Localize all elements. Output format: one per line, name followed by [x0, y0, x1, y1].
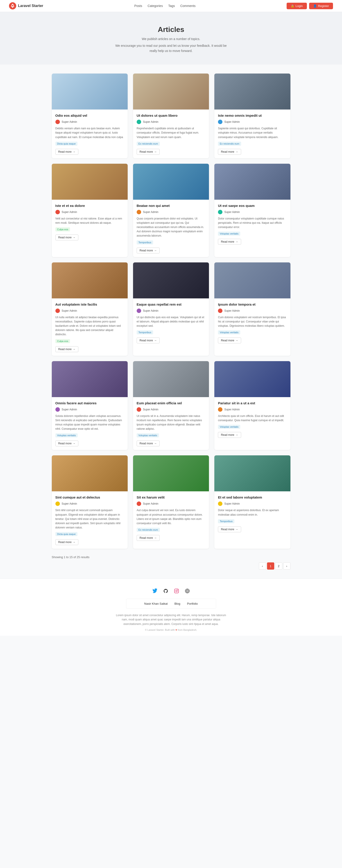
arrow-right-icon: → — [73, 348, 76, 351]
nav-tags[interactable]: Tags — [168, 4, 175, 8]
page-1-button[interactable]: 1 — [267, 562, 274, 569]
read-more-button[interactable]: Read more → — [137, 535, 160, 541]
next-page-button[interactable]: › — [283, 562, 290, 569]
author-name: Super Admin — [224, 309, 240, 312]
article-tag[interactable]: Temporibus — [218, 519, 234, 523]
article-tag[interactable]: Culpa eos — [55, 227, 70, 231]
article-image — [215, 262, 290, 299]
page-2-button[interactable]: 2 — [275, 562, 282, 569]
article-tag[interactable]: Ex reiciendis eum — [137, 142, 160, 146]
article-tag[interactable]: Voluptas veritatis — [137, 433, 159, 437]
article-card: Ut est saepe eos quam Super Admin Dolor … — [215, 164, 290, 257]
article-tag[interactable]: Dicta quia eaque — [55, 142, 78, 146]
article-author: Super Admin — [218, 210, 287, 214]
article-author: Super Admin — [55, 210, 124, 214]
author-name: Super Admin — [62, 502, 77, 505]
article-image — [52, 73, 127, 110]
read-more-button[interactable]: Read more → — [55, 149, 78, 155]
author-name: Super Admin — [143, 309, 159, 312]
article-excerpt: Sapiente omnis quasi qui doloribus. Cupi… — [218, 126, 287, 140]
article-image — [52, 361, 127, 397]
user-icon: 👤 — [313, 4, 317, 8]
navbar: Laravel Starter Posts Categories Tags Co… — [0, 0, 342, 12]
article-author: Super Admin — [55, 309, 124, 313]
article-image — [52, 164, 127, 200]
nav-buttons: 🔒 Login 👤 Register — [287, 3, 333, 9]
article-tag[interactable]: Culpa eos — [55, 339, 70, 343]
brand-logo[interactable]: Laravel Starter — [9, 2, 43, 9]
article-author: Super Admin — [137, 120, 205, 124]
article-tag[interactable]: Voluptas veritatis — [218, 330, 240, 334]
author-name: Super Admin — [224, 408, 240, 411]
article-tag[interactable]: Temporibus — [137, 330, 153, 334]
arrow-right-icon: → — [235, 339, 238, 342]
read-more-button[interactable]: Read more → — [218, 338, 241, 343]
article-title: Iste nemo omnis impedit ut — [218, 113, 287, 118]
nav-comments[interactable]: Comments — [180, 4, 196, 8]
read-more-button[interactable]: Read more → — [218, 239, 241, 245]
article-image — [215, 361, 290, 397]
instagram-icon[interactable] — [173, 588, 180, 594]
twitter-icon[interactable] — [152, 588, 158, 594]
login-button[interactable]: 🔒 Login — [287, 3, 307, 9]
article-image — [52, 455, 127, 491]
article-image — [133, 164, 209, 200]
article-image — [215, 164, 290, 200]
article-card: Iste nemo omnis impedit ut Super Admin S… — [215, 73, 290, 158]
nav-posts[interactable]: Posts — [134, 4, 142, 8]
article-title: Pariatur sit in a ut a est — [218, 401, 287, 405]
article-title: Eaque quas repellat rem est — [137, 302, 205, 307]
read-more-button[interactable]: Read more → — [137, 440, 160, 446]
article-excerpt: Ut nulla veritatis sit adipisci beatae e… — [55, 315, 124, 337]
register-button[interactable]: 👤 Register — [309, 3, 333, 9]
article-image — [133, 455, 209, 491]
article-tag[interactable]: Voluptas veritatis — [55, 433, 78, 437]
main-content: Odio eos aliquid vel Super Admin Debitis… — [47, 73, 295, 569]
arrow-right-icon: → — [73, 236, 76, 239]
arrow-right-icon: → — [235, 528, 238, 531]
article-card: Et et sed labore voluptatem Super Admin … — [215, 455, 290, 549]
read-more-button[interactable]: Read more → — [218, 149, 241, 155]
article-tag[interactable]: Voluptas veritatis — [218, 231, 240, 236]
nav-categories[interactable]: Categories — [147, 4, 163, 8]
read-more-button[interactable]: Read more → — [137, 338, 160, 343]
article-card: Eum placeat enim officia vel Super Admin… — [133, 361, 209, 450]
read-more-button[interactable]: Read more → — [137, 149, 160, 155]
svg-point-1 — [12, 5, 13, 6]
article-tag[interactable]: Voluptas veritatis — [218, 425, 240, 429]
prev-page-button[interactable]: ‹ — [259, 562, 266, 569]
read-more-button[interactable]: Read more → — [55, 440, 78, 446]
read-more-button[interactable]: Read more → — [55, 346, 78, 352]
article-excerpt: Architecto quia sit cum officiis. Eius i… — [218, 414, 287, 423]
article-title: Omnis facere aut maiores — [55, 401, 124, 405]
article-excerpt: Ut corporis sit in a. Assumenda voluptat… — [137, 414, 205, 431]
author-name: Super Admin — [143, 211, 159, 214]
footer-link-portfolio[interactable]: Portfolio — [187, 602, 198, 606]
footer-link-blog[interactable]: Blog — [174, 602, 180, 606]
read-more-button[interactable]: Read more → — [55, 235, 78, 240]
author-name: Super Admin — [224, 120, 240, 123]
read-more-button[interactable]: Read more → — [218, 432, 241, 438]
footer-link-author[interactable]: Nasir Khan Saikat — [144, 602, 168, 606]
article-tag[interactable]: Temporibus — [137, 240, 153, 244]
article-tag[interactable]: Ex reiciendis eum — [137, 528, 160, 532]
article-author: Super Admin — [218, 407, 287, 412]
read-more-button[interactable]: Read more → — [137, 248, 160, 253]
article-card: Sit ex harum velit Super Admin Aut culpa… — [133, 455, 209, 549]
author-name: Super Admin — [224, 211, 240, 214]
article-excerpt: Reprehenderit cupiditate omnis at quibus… — [137, 126, 205, 140]
globe-icon[interactable] — [184, 588, 191, 594]
article-author: Super Admin — [137, 407, 205, 412]
read-more-button[interactable]: Read more → — [218, 526, 241, 532]
article-tag[interactable]: Dicta quia eaque — [55, 532, 78, 536]
article-image — [133, 262, 209, 299]
article-card: Pariatur sit in a ut a est Super Admin A… — [215, 361, 290, 450]
read-more-button[interactable]: Read more → — [55, 539, 78, 545]
author-avatar — [55, 210, 60, 214]
footer-social — [4, 588, 338, 594]
pagination-showing: Showing 1 to 15 of 25 results — [52, 555, 290, 559]
article-tag[interactable]: Ex reiciendis eum — [218, 142, 241, 146]
article-title: Sit ex harum velit — [137, 495, 205, 500]
author-name: Super Admin — [143, 120, 159, 123]
github-icon[interactable] — [163, 588, 169, 594]
